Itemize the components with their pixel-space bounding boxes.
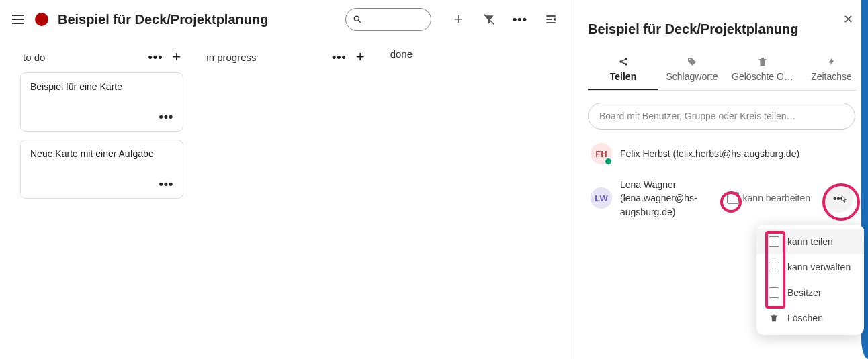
svg-line-1 xyxy=(359,21,361,23)
card-text: Neue Karte mit einer Aufgabe xyxy=(30,148,173,159)
svg-rect-12 xyxy=(761,58,764,59)
menu-icon[interactable] xyxy=(12,11,28,28)
share-icon xyxy=(618,56,629,67)
tab-tag[interactable]: Schlagworte xyxy=(658,51,726,90)
popover-label: Löschen xyxy=(787,313,823,323)
share-name: Lena Wagner (lena.wagner@hs-augsburg.de) xyxy=(620,178,719,219)
column-add-button[interactable]: + xyxy=(356,48,365,66)
trash-icon xyxy=(757,56,768,67)
permissions-popover: kann teilenkann verwaltenBesitzerLöschen xyxy=(756,225,864,335)
svg-rect-13 xyxy=(759,59,767,60)
share-row: FHFelix Herbst (felix.herbst@hs-augsburg… xyxy=(588,136,856,171)
svg-rect-3 xyxy=(546,15,555,17)
board-title: Beispiel für Deck/Projektplanung xyxy=(58,12,268,28)
search-input[interactable] xyxy=(345,8,431,31)
popover-item[interactable]: Löschen xyxy=(756,305,864,331)
search-icon xyxy=(353,15,362,24)
svg-line-10 xyxy=(621,62,625,64)
tab-label: Teilen xyxy=(610,71,636,82)
card-more-icon[interactable]: ••• xyxy=(159,177,173,191)
popover-label: Besitzer xyxy=(787,287,822,298)
permission-checkbox[interactable] xyxy=(769,287,779,298)
svg-line-9 xyxy=(621,60,625,62)
column-title: in progress xyxy=(206,52,256,63)
column-add-button[interactable]: + xyxy=(172,48,181,66)
column-more-icon[interactable]: ••• xyxy=(148,50,163,64)
add-button[interactable]: + xyxy=(450,11,466,28)
card[interactable]: Beispiel für eine Karte••• xyxy=(20,72,183,132)
popover-item[interactable]: Besitzer xyxy=(756,280,864,305)
board-color-dot xyxy=(35,13,48,26)
tab-label: Zeitachse xyxy=(811,71,852,82)
tab-label: Gelöschte O… xyxy=(732,71,793,82)
column-title: done xyxy=(390,48,413,60)
column-more-icon[interactable]: ••• xyxy=(332,50,347,64)
filter-icon[interactable] xyxy=(481,11,497,28)
avatar: LW xyxy=(591,187,612,209)
side-title: Beispiel für Deck/Projektplanung xyxy=(588,20,798,38)
svg-point-0 xyxy=(354,16,359,21)
card[interactable]: Neue Karte mit einer Aufgabe••• xyxy=(20,140,183,199)
popover-label: kann teilen xyxy=(787,236,833,247)
avatar: FH xyxy=(591,143,612,164)
column-title: to do xyxy=(23,52,45,63)
can-edit-label: kann bearbeiten xyxy=(743,193,810,203)
bolt-icon xyxy=(826,56,837,67)
svg-rect-4 xyxy=(546,19,552,20)
more-icon[interactable]: ••• xyxy=(512,11,528,28)
sidebar-toggle-icon[interactable] xyxy=(543,11,559,28)
svg-point-11 xyxy=(689,59,691,60)
trash-icon xyxy=(769,313,779,323)
tab-label: Schlagworte xyxy=(666,71,718,82)
card-text: Beispiel für eine Karte xyxy=(30,81,173,92)
popover-item[interactable]: kann teilen xyxy=(756,229,864,254)
svg-rect-5 xyxy=(546,22,555,23)
tab-trash[interactable]: Gelöschte O… xyxy=(726,51,799,90)
tag-icon xyxy=(687,56,697,67)
popover-label: kann verwalten xyxy=(787,262,851,272)
tab-share[interactable]: Teilen xyxy=(588,51,658,90)
can-edit-checkbox[interactable] xyxy=(727,192,739,204)
svg-rect-15 xyxy=(771,316,777,317)
tab-bolt[interactable]: Zeitachse xyxy=(799,51,863,90)
cursor-icon xyxy=(838,193,849,207)
card-more-icon[interactable]: ••• xyxy=(159,110,173,124)
share-name: Felix Herbst (felix.herbst@hs-augsburg.d… xyxy=(620,147,799,160)
permission-checkbox[interactable] xyxy=(769,262,779,272)
share-row: LWLena Wagner (lena.wagner@hs-augsburg.d… xyxy=(588,171,856,225)
permission-checkbox[interactable] xyxy=(769,236,779,247)
popover-item[interactable]: kann verwalten xyxy=(756,254,864,280)
close-icon[interactable]: ✕ xyxy=(840,9,856,30)
share-more-button[interactable]: ••• xyxy=(824,183,853,213)
share-search-input[interactable] xyxy=(588,103,855,130)
svg-rect-14 xyxy=(773,315,775,316)
